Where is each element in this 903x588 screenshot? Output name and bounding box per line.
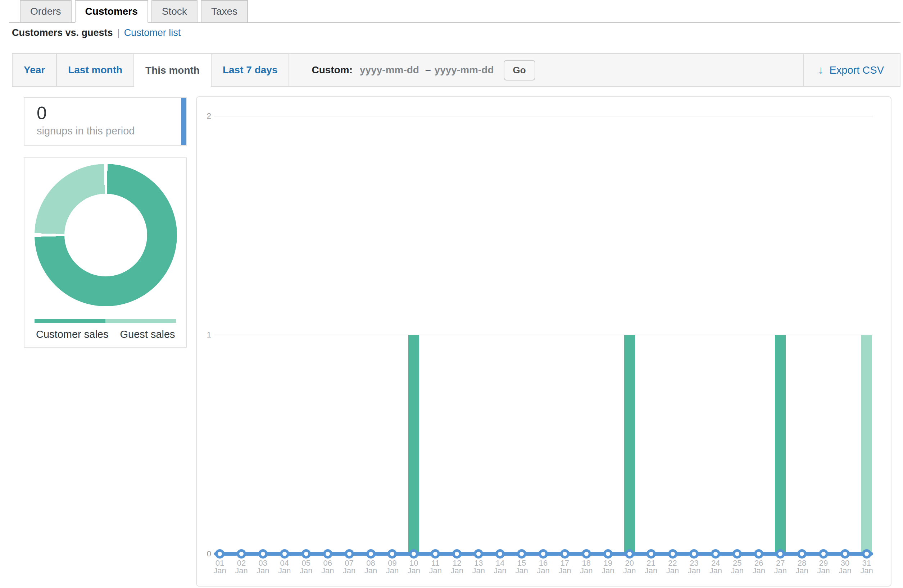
customer-sales-legend-label: Customer sales bbox=[36, 329, 108, 340]
signups-point-03-jan bbox=[258, 549, 267, 558]
date-range-separator: – bbox=[425, 64, 431, 76]
x-axis-label-22-jan: 22Jan bbox=[662, 559, 684, 574]
x-axis-label-15-jan: 15Jan bbox=[511, 559, 532, 574]
range-tab-this-month[interactable]: This month bbox=[134, 54, 212, 87]
report-tabs: Orders Customers Stock Taxes bbox=[20, 0, 248, 23]
signups-point-18-jan bbox=[582, 549, 591, 558]
export-csv-button[interactable]: ↓ Export CSV bbox=[803, 54, 900, 86]
range-tab-last-7-days[interactable]: Last 7 days bbox=[212, 54, 289, 86]
signups-accent-stripe bbox=[181, 98, 186, 145]
signups-point-07-jan bbox=[345, 549, 354, 558]
customer-vs-guest-donut-chart bbox=[35, 164, 177, 306]
x-axis-label-11-jan: 11Jan bbox=[425, 559, 446, 574]
gridline-y1 bbox=[214, 335, 873, 336]
gridline-y2 bbox=[214, 116, 873, 116]
donut-legend-bar bbox=[35, 319, 176, 323]
donut-legend-labels: Customer sales Guest sales bbox=[36, 329, 175, 340]
guest-sales-swatch bbox=[105, 319, 176, 323]
x-axis-label-09-jan: 09Jan bbox=[381, 559, 403, 574]
customer-sales-swatch bbox=[35, 319, 105, 323]
signups-count: 0 bbox=[37, 103, 186, 124]
customers-report-page: Orders Customers Stock Taxes Customers v… bbox=[0, 0, 903, 588]
signups-count-label: signups in this period bbox=[37, 125, 186, 137]
x-axis-label-13-jan: 13Jan bbox=[468, 559, 489, 574]
x-axis-label-12-jan: 12Jan bbox=[446, 559, 468, 574]
bar-31-jan bbox=[861, 335, 872, 554]
signups-point-14-jan bbox=[496, 549, 505, 558]
signups-point-19-jan bbox=[603, 549, 613, 558]
go-button[interactable]: Go bbox=[503, 60, 535, 80]
x-axis-label-10-jan: 10Jan bbox=[403, 559, 425, 574]
page-title: Customers vs. guests bbox=[12, 27, 113, 38]
signups-point-29-jan bbox=[819, 549, 828, 558]
bar-10-jan bbox=[408, 335, 419, 554]
y-axis-label-2: 2 bbox=[197, 111, 211, 121]
tab-customers[interactable]: Customers bbox=[75, 0, 148, 23]
tab-stock[interactable]: Stock bbox=[151, 0, 198, 23]
range-tab-last-month[interactable]: Last month bbox=[57, 54, 134, 86]
signups-point-11-jan bbox=[431, 549, 440, 558]
customer-list-link[interactable]: Customer list bbox=[124, 27, 181, 38]
x-axis-label-06-jan: 06Jan bbox=[317, 559, 338, 574]
customer-guest-share-card: Customer sales Guest sales bbox=[24, 157, 187, 348]
x-axis-label-14-jan: 14Jan bbox=[489, 559, 511, 574]
signups-point-23-jan bbox=[689, 549, 698, 558]
x-axis-label-28-jan: 28Jan bbox=[791, 559, 813, 574]
signups-summary-card: 0 signups in this period bbox=[24, 97, 187, 146]
signups-point-04-jan bbox=[280, 549, 289, 558]
signups-point-06-jan bbox=[323, 549, 332, 558]
custom-date-from-input[interactable] bbox=[360, 64, 422, 76]
x-axis-label-01-jan: 01Jan bbox=[209, 559, 231, 574]
signups-point-17-jan bbox=[560, 549, 569, 558]
signups-point-13-jan bbox=[474, 549, 483, 558]
signups-point-28-jan bbox=[797, 549, 807, 558]
signups-point-16-jan bbox=[538, 549, 548, 558]
tab-orders[interactable]: Orders bbox=[20, 0, 72, 23]
tab-taxes[interactable]: Taxes bbox=[201, 0, 248, 23]
x-axis-label-03-jan: 03Jan bbox=[252, 559, 274, 574]
timeline-chart: 01201Jan02Jan03Jan04Jan05Jan06Jan07Jan08… bbox=[196, 96, 892, 586]
signups-point-27-jan bbox=[776, 549, 785, 558]
signups-point-09-jan bbox=[387, 549, 397, 558]
bar-20-jan bbox=[624, 335, 635, 554]
signups-point-26-jan bbox=[754, 549, 763, 558]
y-axis-label-1: 1 bbox=[197, 330, 211, 340]
x-axis-label-29-jan: 29Jan bbox=[813, 559, 834, 574]
x-axis-label-21-jan: 21Jan bbox=[640, 559, 662, 574]
x-axis-label-16-jan: 16Jan bbox=[532, 559, 554, 574]
custom-date-to-input[interactable] bbox=[434, 64, 497, 76]
y-axis-label-0: 0 bbox=[197, 549, 211, 558]
x-axis-label-20-jan: 20Jan bbox=[619, 559, 640, 574]
report-header: Customers vs. guests | Customer list bbox=[12, 27, 181, 38]
guest-sales-legend-label: Guest sales bbox=[120, 329, 175, 340]
signups-point-12-jan bbox=[452, 549, 462, 558]
download-arrow-icon: ↓ bbox=[818, 64, 824, 77]
bar-27-jan bbox=[775, 335, 786, 554]
header-separator: | bbox=[117, 27, 120, 38]
x-axis-label-17-jan: 17Jan bbox=[554, 559, 576, 574]
x-axis-label-02-jan: 02Jan bbox=[231, 559, 252, 574]
signups-point-01-jan bbox=[215, 549, 225, 558]
signups-point-20-jan bbox=[625, 549, 634, 558]
range-tab-year[interactable]: Year bbox=[13, 54, 57, 86]
x-axis-label-18-jan: 18Jan bbox=[576, 559, 597, 574]
date-range-filter-bar: Year Last month This month Last 7 days C… bbox=[12, 53, 900, 87]
x-axis-label-31-jan: 31Jan bbox=[856, 559, 878, 574]
x-axis-label-19-jan: 19Jan bbox=[597, 559, 619, 574]
x-axis-label-25-jan: 25Jan bbox=[726, 559, 748, 574]
signups-point-24-jan bbox=[711, 549, 720, 558]
custom-range-section: Custom: – Go bbox=[289, 54, 535, 86]
x-axis-label-30-jan: 30Jan bbox=[834, 559, 856, 574]
signups-point-02-jan bbox=[237, 549, 246, 558]
signups-point-22-jan bbox=[668, 549, 677, 558]
signups-point-30-jan bbox=[840, 549, 850, 558]
signups-point-21-jan bbox=[647, 549, 656, 558]
x-axis-label-07-jan: 07Jan bbox=[338, 559, 360, 574]
x-axis-label-04-jan: 04Jan bbox=[274, 559, 295, 574]
signups-point-10-jan bbox=[409, 549, 418, 558]
signups-point-05-jan bbox=[302, 549, 311, 558]
x-axis-label-05-jan: 05Jan bbox=[295, 559, 317, 574]
custom-range-label: Custom: bbox=[311, 64, 352, 76]
export-csv-label: Export CSV bbox=[830, 64, 884, 76]
signups-point-15-jan bbox=[517, 549, 526, 558]
